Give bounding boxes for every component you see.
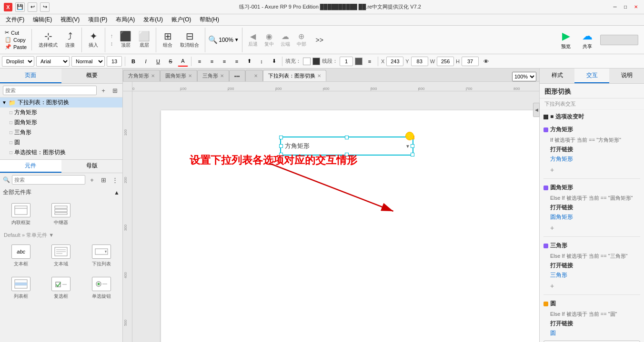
tree-item-circle[interactable]: □ 圆 (0, 137, 122, 147)
tree-item-rounded[interactable]: □ 方角矩形 (0, 107, 122, 117)
case-3-add[interactable]: + (540, 281, 644, 292)
close-tab-rounded[interactable]: ✕ (151, 73, 155, 78)
weight-select[interactable]: Normal (71, 56, 105, 67)
tab-pages[interactable]: 页面 (0, 68, 61, 83)
valign-middle-button[interactable]: ↕ (256, 56, 267, 67)
tree-item-circle-rect[interactable]: □ 圆角矩形 (0, 117, 122, 127)
zoom-select[interactable]: 100% (512, 72, 536, 81)
tab-components[interactable]: 元件 (0, 160, 61, 173)
cut-button[interactable]: ✂ Cut (4, 29, 28, 36)
case-1-target-link[interactable]: 方角矩形 (550, 156, 573, 162)
redo-button[interactable]: ↪ (40, 2, 50, 12)
case-2-target-link[interactable]: 圆角矩形 (550, 214, 573, 220)
undo-button[interactable]: ↩ (28, 2, 37, 12)
close-tab-circle-empty[interactable]: ✕ (254, 73, 258, 78)
handle-br[interactable] (411, 153, 414, 156)
paste-button[interactable]: 📌 Paste (4, 43, 28, 50)
x-input[interactable] (386, 57, 403, 66)
copy-button[interactable]: 📋 Copy (4, 36, 28, 43)
valign-bottom-button[interactable]: ⬇ (269, 56, 279, 67)
comp-copy-button[interactable]: ⊞ (99, 175, 108, 185)
visibility-toggle[interactable]: 👁 (481, 56, 491, 67)
handle-mr[interactable] (411, 144, 414, 148)
bold-button[interactable]: B (128, 56, 139, 67)
maximize-button[interactable]: □ (621, 3, 630, 11)
menu-view[interactable]: 视图(V) (57, 15, 83, 25)
case-2-header[interactable]: 圆角矩形 (540, 182, 644, 194)
select-mode-button[interactable]: ⊹ 选择模式 (36, 30, 60, 49)
droplist-widget[interactable]: 方角矩形 ▼ ⚡ (280, 137, 413, 156)
add-page-button[interactable]: + (99, 86, 108, 95)
middle-button[interactable]: ⊕ 中部 (294, 31, 309, 49)
font-color-button[interactable]: A (178, 56, 188, 67)
tab-triangle[interactable]: 三角形 ✕ (197, 70, 229, 81)
more-toolbar-button[interactable]: >> (311, 35, 328, 45)
strikethrough-button[interactable]: S (165, 56, 176, 67)
tab-circle-empty[interactable]: ✕ (245, 70, 263, 81)
back-button[interactable]: ◀ 后退 (245, 31, 261, 49)
valign-top-button[interactable]: ⬆ (244, 56, 254, 67)
close-button[interactable]: ✕ (632, 3, 640, 11)
comp-add-button[interactable]: + (87, 175, 97, 185)
h-input[interactable] (462, 57, 479, 66)
case-1-add[interactable]: + (540, 165, 644, 176)
case-1-header[interactable]: 方角矩形 (540, 124, 644, 136)
comp-menu-button[interactable]: ⋮ (110, 175, 120, 185)
zoom-dropdown-icon[interactable]: ▼ (234, 37, 239, 42)
tab-interaction[interactable]: 交互 (574, 68, 609, 83)
handle-tl[interactable] (279, 136, 283, 139)
insert-button[interactable]: ✦ 插入 (85, 30, 102, 49)
handle-ml[interactable] (279, 144, 283, 148)
close-tab-circle-rect[interactable]: ✕ (188, 73, 192, 78)
connect-button[interactable]: ⤴ 连接 (61, 30, 79, 49)
tab-circle-rect[interactable]: 圆角矩形 ✕ (160, 70, 197, 81)
menu-layout[interactable]: 布局(A) (112, 15, 139, 25)
menu-project[interactable]: 项目(P) (84, 15, 111, 25)
center-button[interactable]: ◉ 复中 (262, 31, 277, 49)
align-center-button[interactable]: ≡ (207, 56, 217, 67)
comp-repeater[interactable]: 中继器 (43, 201, 79, 228)
align-right-button[interactable]: ≡ (219, 56, 230, 67)
tab-droplist[interactable]: 下拉列表：图形切换 ✕ (263, 70, 326, 81)
bottom-layer-button[interactable]: ⬜ 底层 (135, 30, 153, 49)
case-3-header[interactable]: 三角形 (540, 240, 644, 252)
tab-style[interactable]: 样式 (540, 68, 574, 83)
combine-button[interactable]: ⊞ 组合 (159, 30, 176, 49)
menu-edit[interactable]: 编辑(E) (29, 15, 56, 25)
tab-overview[interactable]: 概要 (61, 68, 123, 83)
save-button[interactable]: 💾 (15, 2, 25, 12)
break-combine-button[interactable]: ⊟ 取消组合 (177, 30, 202, 49)
close-tab-droplist[interactable]: ✕ (317, 73, 321, 78)
tree-item-radio[interactable]: □ 单选按钮：图形切换 (0, 147, 122, 157)
menu-account[interactable]: 账户(O) (168, 15, 195, 25)
comp-section-expand[interactable]: ▲ (114, 189, 120, 196)
stroke-style-button[interactable]: ≡ (364, 56, 375, 67)
comp-checkbox[interactable]: 复选框 (43, 275, 79, 302)
style-select[interactable]: Droplist (2, 56, 34, 67)
case-4-header[interactable]: 圆 (540, 298, 644, 310)
top-layer-button[interactable]: ⬛ 顶层 (117, 30, 134, 49)
font-size-input[interactable] (107, 56, 122, 67)
case-4-target-link[interactable]: 圆 (550, 330, 556, 336)
stroke-value-input[interactable] (340, 57, 353, 66)
page-search[interactable] (3, 86, 97, 95)
comp-textbox[interactable]: abc 文本框 (3, 243, 39, 269)
comp-droplist[interactable]: 下拉列表 (83, 243, 120, 269)
case-2-add[interactable]: + (540, 223, 644, 234)
tab-masters[interactable]: 母版 (61, 160, 123, 173)
comp-listbox[interactable]: 列表框 (3, 275, 39, 302)
stroke-color-box[interactable] (355, 58, 362, 65)
page-group-button[interactable]: ⊞ (110, 86, 120, 95)
comp-radio[interactable]: 单选旋钮 (83, 275, 120, 302)
menu-help[interactable]: 帮助(H) (196, 15, 223, 25)
y-input[interactable] (411, 57, 428, 66)
font-select[interactable]: Arial (36, 56, 70, 67)
minimize-button[interactable]: ─ (611, 3, 619, 11)
tree-item-triangle[interactable]: □ 三角形 (0, 127, 122, 137)
tab-more[interactable]: ▪▪▪ (229, 70, 245, 81)
w-input[interactable] (437, 57, 454, 66)
close-tab-triangle[interactable]: ✕ (220, 73, 224, 78)
cloud-button[interactable]: ☁ 云端 (278, 31, 293, 49)
comp-search-input[interactable] (12, 175, 85, 185)
menu-publish[interactable]: 发布(U) (140, 15, 167, 25)
